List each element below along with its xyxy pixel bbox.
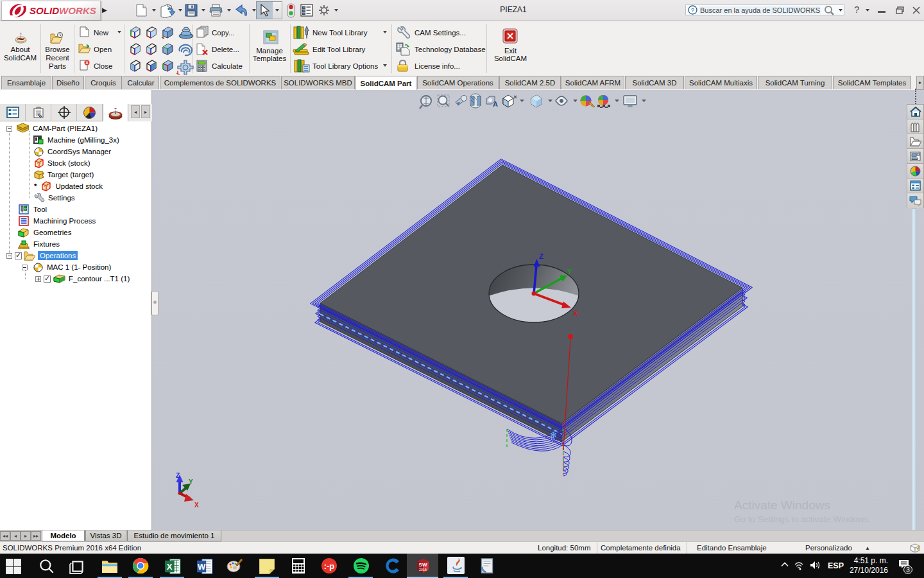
svg-text:Y: Y — [189, 478, 193, 486]
svg-text:X: X — [194, 502, 199, 509]
svg-text:Z: Z — [539, 252, 543, 260]
svg-text:2016: 2016 — [419, 568, 427, 572]
svg-text:Y: Y — [567, 268, 572, 276]
svg-text::-p: :-p — [324, 561, 335, 571]
svg-text:SW: SW — [419, 562, 427, 568]
svg-text:Z: Z — [176, 472, 180, 479]
svg-text:?: ? — [691, 6, 694, 13]
svg-text:X: X — [573, 310, 578, 317]
svg-text:W: W — [198, 562, 206, 572]
svg-text:X: X — [167, 562, 173, 572]
svg-text:A: A — [493, 100, 498, 108]
svg-text:✻: ✻ — [550, 430, 557, 440]
